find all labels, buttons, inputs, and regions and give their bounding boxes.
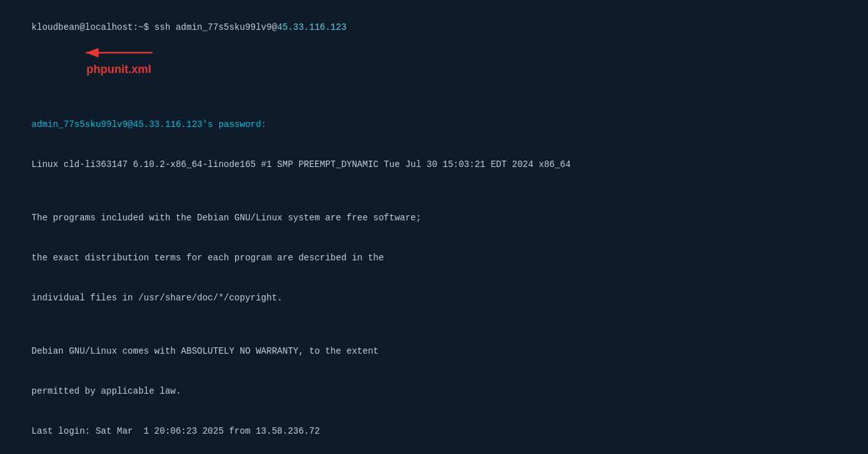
terminal-window: kloudbean@localhost:~$ ssh admin_77s5sku… — [0, 0, 868, 454]
linux-info-line: Linux cld-li363147 6.10.2-x86_64-linode1… — [10, 145, 858, 185]
blank-line-1 — [10, 185, 858, 198]
ssh-command-line: kloudbean@localhost:~$ ssh admin_77s5sku… — [10, 8, 858, 105]
arrow1-svg — [83, 46, 159, 59]
programs-line-3: individual files in /usr/share/doc/*/cop… — [10, 278, 858, 318]
programs-line-1: The programs included with the Debian GN… — [10, 198, 858, 238]
last-login-line: Last login: Sat Mar 1 20:06:23 2025 from… — [10, 411, 858, 451]
local-prompt: kloudbean@localhost:~$ — [32, 22, 154, 32]
programs-line-2: the exact distribution terms for each pr… — [10, 238, 858, 278]
debian-line-1: Debian GNU/Linux comes with ABSOLUTELY N… — [10, 331, 858, 371]
annotation-1: phpunit.xml — [86, 63, 151, 76]
blank-line-2 — [10, 318, 858, 331]
ssh-ip: 45.33.116.123 — [277, 22, 346, 32]
password-text: admin_77s5sku99lv9@45.33.116.123's passw… — [32, 119, 267, 130]
password-line: admin_77s5sku99lv9@45.33.116.123's passw… — [10, 105, 858, 145]
prompt-line-1: [admin_77s5sku99lv9]:~$ — [10, 451, 858, 454]
linux-info-text: Linux cld-li363147 6.10.2-x86_64-linode1… — [32, 159, 571, 170]
ssh-cmd-text: ssh admin_77s5sku99lv9@ — [154, 22, 277, 32]
debian-line-2: permitted by applicable law. — [10, 371, 858, 411]
